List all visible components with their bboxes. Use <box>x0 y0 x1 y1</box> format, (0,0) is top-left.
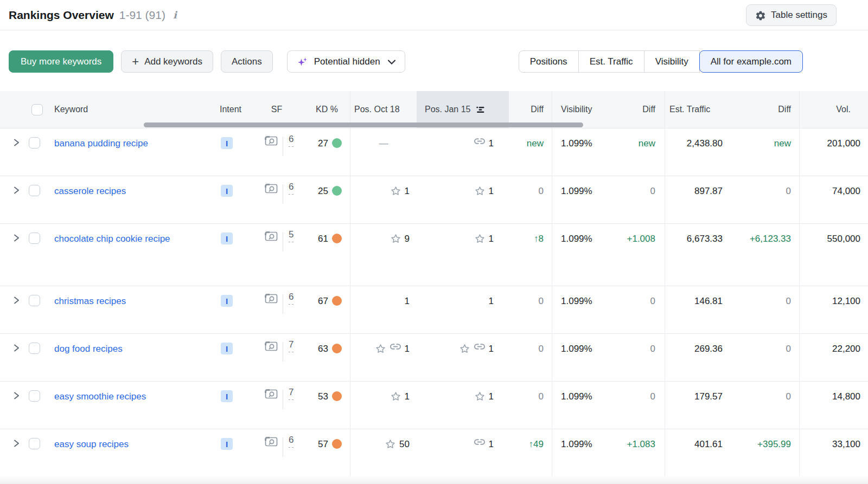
pos-jan-15-cell: 1 <box>417 176 509 223</box>
pos-oct-18-cell: 1 <box>350 382 417 429</box>
add-keywords-button[interactable]: + Add keywords <box>121 50 213 73</box>
tab-est-traffic[interactable]: Est. Traffic <box>578 50 644 73</box>
position-value: 1 <box>489 184 494 198</box>
intent-cell: I <box>214 128 250 176</box>
visibility-value: 1.099% <box>561 390 592 403</box>
serp-analysis-icon[interactable] <box>264 134 278 147</box>
row-checkbox[interactable] <box>29 295 40 306</box>
intent-badge[interactable]: I <box>221 295 233 307</box>
intent-badge[interactable]: I <box>221 185 233 197</box>
table-row: casserole recipesI6251101.099%0897.87074… <box>0 176 868 223</box>
tab-visibility[interactable]: Visibility <box>644 50 700 73</box>
visibility-diff-cell: 0 <box>602 286 665 333</box>
position-value: 50 <box>399 437 410 451</box>
serp-analysis-icon[interactable] <box>264 435 278 448</box>
traffic-diff-cell: 0 <box>730 286 799 333</box>
row-checkbox[interactable] <box>29 438 40 449</box>
est-traffic-value: 269.36 <box>694 342 723 356</box>
intent-badge[interactable]: I <box>221 390 233 402</box>
row-checkbox[interactable] <box>29 343 40 354</box>
chevron-right-icon[interactable] <box>12 343 21 353</box>
serp-analysis-icon[interactable] <box>264 388 278 401</box>
chevron-right-icon[interactable] <box>12 138 21 147</box>
sf-count[interactable]: 6 <box>289 181 293 195</box>
sf-count[interactable]: 7 <box>289 386 293 400</box>
row-checkbox[interactable] <box>29 185 40 196</box>
horizontal-scrollbar-thumb[interactable] <box>144 122 583 127</box>
est-traffic-value: 401.61 <box>694 437 723 451</box>
keyword-link[interactable]: christmas recipes <box>54 294 126 308</box>
intent-badge[interactable]: I <box>221 233 233 244</box>
position-value: 1 <box>405 184 410 198</box>
row-checkbox[interactable] <box>29 233 40 244</box>
chevron-right-icon[interactable] <box>12 438 21 448</box>
table-settings-button[interactable]: Table settings <box>746 4 837 26</box>
tab-positions[interactable]: Positions <box>519 50 579 73</box>
intent-badge[interactable]: I <box>221 137 233 149</box>
chevron-right-icon[interactable] <box>12 185 21 195</box>
sf-count[interactable]: 6 <box>289 291 293 305</box>
keyword-link[interactable]: easy smoothie recipes <box>54 390 146 403</box>
kd-cell: 53 <box>304 382 350 429</box>
keyword-link[interactable]: chocolate chip cookie recipe <box>54 232 170 246</box>
table-body: banana pudding recipeI627—1new1.099%new2… <box>0 128 868 476</box>
est-traffic-value: 897.87 <box>694 184 723 198</box>
intent-cell: I <box>214 334 250 381</box>
star-icon <box>390 185 401 197</box>
visibility-diff-cell: new <box>602 128 665 176</box>
row-checkbox[interactable] <box>29 137 40 149</box>
pos-diff-cell: ↑8 <box>509 224 552 286</box>
info-icon[interactable]: i <box>173 9 177 21</box>
serp-analysis-icon[interactable] <box>264 182 278 195</box>
serp-analysis-icon[interactable] <box>264 340 278 353</box>
actions-button[interactable]: Actions <box>221 50 273 73</box>
serp-analysis-icon[interactable] <box>264 292 278 305</box>
table-row: easy smoothie recipesI7531101.099%0179.5… <box>0 381 868 429</box>
rankings-overview-widget: Rankings Overview 1-91 (91) i Table sett… <box>0 0 868 484</box>
kd-value: 63 <box>318 342 328 356</box>
row-checkbox[interactable] <box>29 390 40 402</box>
buy-more-keywords-button[interactable]: Buy more keywords <box>9 50 113 73</box>
chevron-right-icon[interactable] <box>12 295 21 305</box>
serp-analysis-icon[interactable] <box>264 230 278 243</box>
sf-count[interactable]: 6 <box>289 434 293 448</box>
keyword-link[interactable]: banana pudding recipe <box>54 137 148 150</box>
diff-value: 0 <box>786 390 791 403</box>
est-traffic-cell: 269.36 <box>665 334 730 381</box>
intent-badge[interactable]: I <box>221 438 233 450</box>
chevron-right-icon[interactable] <box>12 233 21 243</box>
title-bar: Rankings Overview 1-91 (91) i Table sett… <box>0 0 868 30</box>
intent-badge[interactable]: I <box>221 343 233 354</box>
visibility-value: 1.099% <box>561 294 592 308</box>
volume-cell: 201,000 <box>799 128 868 176</box>
column-header-volume[interactable]: Vol. <box>799 91 868 128</box>
intent-cell: I <box>214 176 250 223</box>
select-all-checkbox[interactable] <box>31 104 43 115</box>
est-traffic-cell: 401.61 <box>665 429 730 476</box>
volume-cell: 33,100 <box>799 429 868 476</box>
page-title: Rankings Overview <box>9 9 114 22</box>
keyword-link[interactable]: easy soup recipes <box>54 437 129 451</box>
pos-oct-18-cell: — <box>350 128 417 176</box>
tab-all-for-domain[interactable]: All for example.com <box>699 50 803 73</box>
expand-cell <box>0 382 26 429</box>
column-header-est-traffic[interactable]: Est. Traffic <box>665 91 730 128</box>
sf-count[interactable]: 6 <box>289 133 293 147</box>
sf-count[interactable]: 5 <box>289 229 293 242</box>
est-traffic-cell: 2,438.80 <box>665 128 730 176</box>
chevron-right-icon[interactable] <box>12 391 21 401</box>
column-header-diff-traffic[interactable]: Diff <box>730 91 799 128</box>
keyword-link[interactable]: dog food recipes <box>54 342 123 356</box>
diff-value: ↑8 <box>534 232 544 246</box>
keyword-link[interactable]: casserole recipes <box>54 184 126 198</box>
potential-hidden-dropdown[interactable]: Potential hidden <box>287 50 405 73</box>
pos-jan-15-cell: 1 <box>417 128 509 176</box>
pos-jan-15-cell: 1 <box>417 286 509 333</box>
header-checkbox-cell <box>26 91 48 128</box>
sf-count[interactable]: 7 <box>289 339 293 352</box>
pos-jan-15-cell: 1 <box>417 429 509 476</box>
volume-value: 12,100 <box>832 294 860 308</box>
pos-jan-15-label: Pos. Jan 15 <box>425 105 471 114</box>
column-header-diff-visibility[interactable]: Diff <box>602 91 665 128</box>
est-traffic-cell: 897.87 <box>665 176 730 223</box>
